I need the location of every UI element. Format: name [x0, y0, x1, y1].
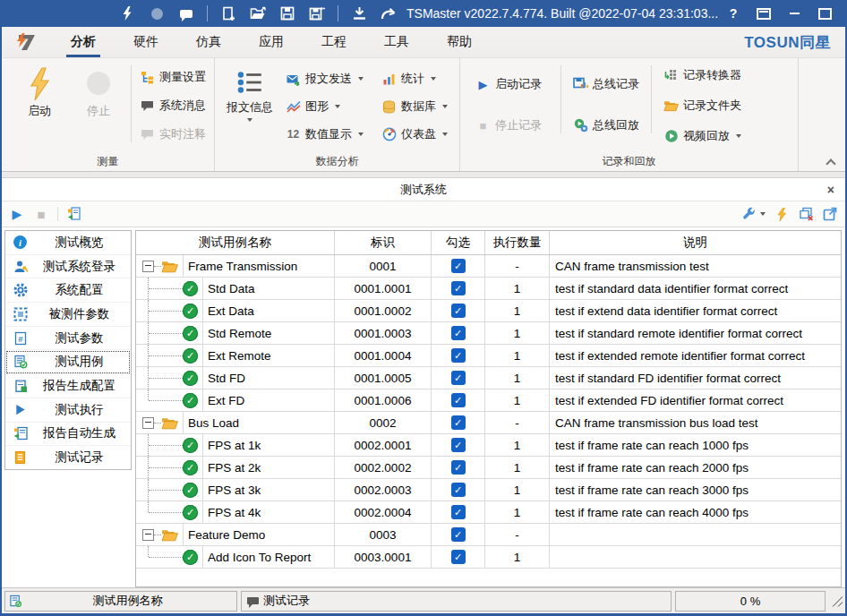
- new-project-icon[interactable]: [219, 4, 237, 22]
- sidebar-item-login[interactable]: 测试系统登录: [5, 255, 131, 279]
- row-checkbox[interactable]: ✓: [451, 348, 466, 363]
- tab-project[interactable]: 工程: [303, 27, 365, 57]
- dropdown-icon[interactable]: [760, 212, 766, 216]
- header-desc[interactable]: 说明: [550, 231, 841, 254]
- folder-icon: [161, 528, 178, 542]
- record-folder-button[interactable]: 记录文件夹: [661, 96, 744, 116]
- quick-run-button[interactable]: [774, 206, 790, 222]
- dut-selection-icon: [13, 306, 28, 321]
- expand-toggle-icon[interactable]: [142, 261, 154, 272]
- table-row[interactable]: ✓FPS at 4k 0002.0004 ✓ 1 test if frame r…: [136, 501, 841, 524]
- redo-icon[interactable]: [380, 4, 398, 22]
- row-checkbox[interactable]: ✓: [451, 460, 466, 475]
- system-message-button[interactable]: 系统消息: [137, 96, 209, 116]
- save-icon[interactable]: [278, 4, 296, 22]
- case-desc: test if frame rate can reach 2000 fps: [550, 457, 841, 478]
- table-row[interactable]: ✓Ext Remote 0001.0004 ✓ 1 test if extend…: [136, 345, 841, 367]
- ribbon-collapse-icon[interactable]: [826, 158, 834, 166]
- row-checkbox[interactable]: ✓: [451, 527, 466, 542]
- tab-help[interactable]: 帮助: [428, 27, 491, 57]
- expand-toggle-icon[interactable]: [142, 529, 154, 541]
- sidebar-item-test-record[interactable]: 测试记录: [5, 446, 131, 469]
- maximize-button[interactable]: [809, 1, 840, 26]
- sidebar-item-report-config[interactable]: 报告生成配置: [5, 374, 131, 398]
- table-row[interactable]: ✓FPS at 2k 0002.0002 ✓ 1 test if frame r…: [136, 457, 841, 479]
- row-checkbox[interactable]: ✓: [451, 505, 466, 519]
- import-icon[interactable]: [350, 4, 368, 22]
- header-name[interactable]: 测试用例名称: [136, 231, 335, 254]
- sidebar-item-test-execution[interactable]: 测试执行: [5, 398, 131, 423]
- measure-setup-icon: [140, 70, 155, 84]
- row-checkbox[interactable]: ✓: [451, 483, 466, 497]
- row-checkbox[interactable]: ✓: [451, 326, 466, 340]
- sidebar-item-overview[interactable]: i 测试概览: [5, 231, 131, 255]
- tab-simulation[interactable]: 仿真: [177, 27, 240, 57]
- dock-window-button[interactable]: [749, 1, 779, 26]
- row-checkbox[interactable]: ✓: [451, 281, 466, 295]
- close-button[interactable]: ×: [840, 1, 847, 26]
- row-checkbox[interactable]: ✓: [451, 550, 466, 564]
- table-row[interactable]: ✓Add Icon To Report 0003.0001 ✓ 1: [136, 546, 841, 569]
- row-checkbox[interactable]: ✓: [451, 304, 466, 318]
- frame-info-button[interactable]: 报文信息: [220, 64, 279, 125]
- table-row[interactable]: ✓Std Remote 0001.0003 ✓ 1 test if standa…: [136, 322, 841, 345]
- clear-windows-button[interactable]: [798, 206, 814, 222]
- tab-application[interactable]: 应用: [240, 27, 303, 57]
- help-button[interactable]: ?: [718, 1, 749, 26]
- statistics-button[interactable]: 统计: [379, 69, 450, 89]
- dashboard-button[interactable]: 仪表盘: [379, 124, 450, 144]
- save-as-icon[interactable]: [308, 4, 326, 22]
- sidebar-item-dut-params[interactable]: 被测件参数: [5, 303, 131, 327]
- sidebar-item-test-params[interactable]: # 测试参数: [5, 327, 131, 351]
- run-test-button[interactable]: ▶: [9, 206, 25, 222]
- expand-toggle-icon[interactable]: [142, 417, 154, 429]
- graph-button[interactable]: 图形: [283, 97, 366, 116]
- tab-analysis[interactable]: 分析: [52, 27, 115, 57]
- table-row[interactable]: ✓Ext Data 0001.0002 ✓ 1 test if extend d…: [136, 300, 841, 322]
- database-button[interactable]: 数据库: [379, 97, 450, 116]
- minimize-button[interactable]: [779, 1, 809, 26]
- row-checkbox[interactable]: ✓: [451, 438, 466, 452]
- table-row[interactable]: ✓Std Data 0001.0001 ✓ 1 test if standard…: [136, 278, 841, 300]
- check-icon: ✓: [454, 306, 462, 316]
- record-converter-button[interactable]: 记录转换器: [661, 65, 744, 85]
- numeric-display-button[interactable]: 12 数值显示: [283, 124, 366, 144]
- table-row[interactable]: ✓FPS at 1k 0002.0001 ✓ 1 test if frame r…: [136, 434, 841, 457]
- row-checkbox[interactable]: ✓: [451, 259, 466, 273]
- settings-wrench-button[interactable]: [740, 206, 757, 222]
- header-count[interactable]: 执行数量: [485, 231, 550, 254]
- bus-record-button[interactable]: 总线记录: [570, 74, 642, 94]
- table-row[interactable]: ✓FPS at 3k 0002.0003 ✓ 1 test if frame r…: [136, 479, 841, 501]
- tab-tools[interactable]: 工具: [365, 27, 428, 57]
- row-checkbox[interactable]: ✓: [451, 393, 466, 407]
- tab-hardware[interactable]: 硬件: [115, 27, 177, 57]
- table-row[interactable]: ✓Ext FD 0001.0006 ✓ 1 test if extended F…: [136, 389, 841, 412]
- sidebar-item-system-config[interactable]: 系统配置: [5, 278, 131, 303]
- table-row[interactable]: Bus Load 0002 ✓ - CAN frame transmission…: [136, 412, 841, 434]
- bus-replay-button[interactable]: 总线回放: [570, 116, 642, 135]
- row-checkbox[interactable]: ✓: [451, 415, 466, 430]
- generate-report-button[interactable]: [66, 206, 82, 222]
- open-project-icon[interactable]: [249, 4, 267, 22]
- start-measurement-icon[interactable]: [118, 4, 136, 22]
- case-id: 0002.0001: [335, 434, 432, 456]
- message-icon[interactable]: [177, 4, 195, 22]
- record-icon[interactable]: [148, 4, 166, 22]
- sidebar-item-test-cases[interactable]: 测试用例: [5, 350, 131, 374]
- video-replay-button[interactable]: 视频回放: [661, 126, 744, 146]
- header-id[interactable]: 标识: [335, 231, 432, 254]
- start-button[interactable]: 启动: [13, 64, 66, 123]
- table-row[interactable]: Feature Demo 0003 ✓ -: [136, 524, 841, 546]
- table-row[interactable]: ✓Std FD 0001.0005 ✓ 1 test if standard F…: [136, 367, 841, 389]
- table-row[interactable]: Frame Transmission 0001 ✓ - CAN frame tr…: [136, 255, 841, 278]
- resize-grip[interactable]: [831, 595, 843, 607]
- header-check[interactable]: 勾选: [432, 231, 485, 254]
- check-icon: ✓: [454, 463, 462, 473]
- measure-setup-button[interactable]: 测量设置: [137, 67, 209, 87]
- panel-close-button[interactable]: ×: [827, 178, 834, 201]
- row-checkbox[interactable]: ✓: [451, 371, 466, 385]
- start-record-button[interactable]: ▶ 启动记录: [473, 74, 544, 94]
- sidebar-item-auto-report[interactable]: 报告自动生成: [5, 423, 131, 447]
- frame-send-button[interactable]: 报文发送: [283, 69, 366, 89]
- pop-out-button[interactable]: [822, 206, 838, 222]
